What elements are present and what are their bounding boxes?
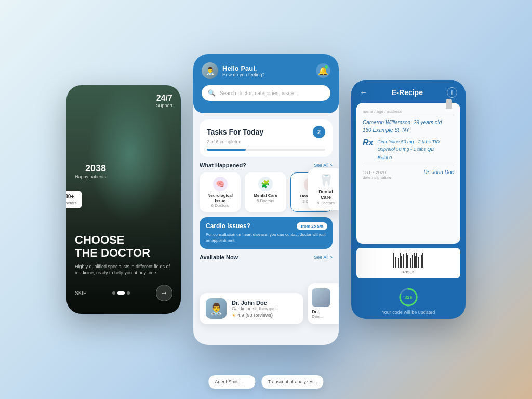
- year-stat: 2038 Happy patients: [75, 163, 106, 179]
- barcode-line: [421, 255, 422, 268]
- header-top: 👨‍⚕️ Hello Paul, How do you feeling? 🔔: [202, 62, 330, 79]
- info-button[interactable]: i: [447, 87, 457, 98]
- barcode-line: [395, 257, 396, 268]
- screen1-top: 24/7 Support: [75, 94, 172, 108]
- barcode-line: [407, 255, 408, 268]
- screen1-mid: 2038 Happy patients: [75, 163, 172, 179]
- erecipe-footer: 32s Your code will be updated: [351, 283, 466, 319]
- tasks-progress: 2 of 6 completed: [207, 139, 325, 144]
- barcode-line: [422, 253, 423, 268]
- tasks-card: Tasks For Today 2 2 of 6 completed: [200, 119, 332, 157]
- doctor-card[interactable]: 👨‍⚕️ Dr. John Doe Cardiologist, therapis…: [200, 293, 303, 324]
- see-all-available[interactable]: See All >: [314, 255, 332, 260]
- bottom-card-agent: Agent Smith...: [208, 375, 255, 389]
- category-neuro[interactable]: 🧠 Neurological Issue 6 Doctors: [200, 172, 241, 212]
- bottom-floating-cards: Agent Smith... Transcript of analyzes...: [208, 375, 323, 389]
- screen1-title: CHOOSE THE DOCTOR: [75, 234, 172, 259]
- notification-bell[interactable]: 🔔: [316, 63, 330, 78]
- tasks-title: Tasks For Today: [207, 128, 263, 136]
- timer-circle: 32s: [398, 287, 419, 308]
- timer-value: 32s: [404, 295, 412, 300]
- screen2-main-app: 👨‍⚕️ Hello Paul, How do you feeling? 🔔 🔍…: [193, 54, 339, 345]
- greeting-name: Hello Paul,: [222, 64, 265, 72]
- back-button[interactable]: ←: [360, 88, 368, 97]
- date-sig-label: date / signature: [363, 175, 454, 180]
- barcode-line: [393, 253, 394, 268]
- progress-fill: [207, 149, 246, 151]
- progress-bar: [207, 149, 325, 151]
- search-placeholder: Search doctor, categories, issue ...: [220, 90, 299, 96]
- screen1-choose-doctor: 30+ Doctors 24/7 Support 2038 Happy pati…: [66, 85, 181, 314]
- barcode-line: [403, 254, 404, 268]
- barcode-line: [397, 255, 398, 268]
- refill-line: Refill 0: [377, 155, 440, 161]
- barcode-line: [401, 256, 402, 268]
- available-section: Available Now See All >: [200, 254, 332, 260]
- recipe-paper: name / age / address Cameron Williamson,…: [356, 103, 460, 244]
- section-header-available: Available Now See All >: [200, 254, 332, 260]
- support-label: Support: [156, 103, 172, 108]
- dental-floating-card[interactable]: 🦷 Dental Care 6 Doctors: [308, 168, 339, 210]
- recipe-footer: 13.07.2020 Dr. John Doe date / signature: [363, 166, 454, 180]
- doctor-name: Dr. John Doe: [232, 300, 277, 306]
- sig-block: Dr. John Doe: [423, 169, 454, 175]
- doctor2-spec: Den...: [312, 314, 339, 319]
- doctor-avatar: 👨‍⚕️: [206, 298, 227, 319]
- notification-dot: [325, 65, 328, 69]
- barcode-number: 376289: [361, 270, 456, 274]
- mental-icon: 🧩: [258, 177, 273, 191]
- date-block: 13.07.2020: [363, 170, 386, 175]
- screen1-bottom: CHOOSE THE DOCTOR Highly qualified speci…: [75, 234, 172, 305]
- skip-text[interactable]: SKIP: [75, 290, 87, 296]
- screen1-subtitle: Highly qualified specialists in differen…: [75, 263, 172, 276]
- rx-symbol: Rx: [363, 138, 373, 161]
- dot-1: [112, 291, 115, 295]
- tasks-header: Tasks For Today 2: [207, 126, 325, 138]
- barcode-section: 376289: [356, 248, 460, 278]
- dental-icon: 🦷: [313, 174, 339, 187]
- greeting-sub: How do you feeling?: [222, 72, 265, 77]
- barcode-line: [418, 257, 419, 268]
- doctor-card-partial[interactable]: Dr. Den...: [308, 283, 339, 324]
- category-mental[interactable]: 🧩 Mental Care 5 Doctors: [245, 172, 286, 212]
- cardio-card[interactable]: from 25 $/h Cardio issues? For consultat…: [200, 217, 332, 248]
- support-number: 24/7: [156, 94, 172, 103]
- rating-value: 4.9: [237, 313, 244, 318]
- doctor2-name: Dr.: [312, 309, 339, 314]
- barcode-line: [415, 256, 416, 268]
- barcode-line: [398, 258, 399, 268]
- search-icon: 🔍: [208, 89, 216, 97]
- user-avatar: 👨‍⚕️: [202, 62, 218, 79]
- next-button[interactable]: →: [156, 285, 172, 301]
- name-label: name / age / address: [363, 109, 454, 115]
- barcode-line: [400, 253, 401, 268]
- barcode-line: [412, 255, 413, 268]
- mental-name: Mental Care: [249, 193, 282, 198]
- doctor-rating: ★ 4.9 (93 Reviews): [232, 313, 277, 318]
- section-header-what-happened: What Happened? See All >: [200, 162, 332, 168]
- reviews-count: (93 Reviews): [246, 313, 273, 318]
- dental-card-name: Dental Care: [313, 189, 339, 201]
- screen1-nav: SKIP →: [75, 285, 172, 301]
- support-badge: 24/7 Support: [156, 94, 172, 108]
- screen3-erecipe: ← E-Recipe i name / age / address Camero…: [351, 80, 466, 319]
- date-signature: 13.07.2020 Dr. John Doe: [363, 169, 454, 175]
- barcode-line: [420, 254, 421, 268]
- barcode-line: [416, 253, 417, 268]
- neuro-icon: 🧠: [213, 177, 228, 191]
- barcode-line: [409, 253, 410, 268]
- barcode-line: [406, 253, 407, 268]
- patient-address: 160 Example St, NY: [363, 127, 454, 133]
- barcode-line: [410, 258, 411, 268]
- nav-dots: [112, 291, 130, 295]
- cardio-price-badge: from 25 $/h: [297, 222, 327, 230]
- barcode-line: [405, 257, 406, 268]
- med-line-2: Oxprelol 50 mg - 1 tabs QD: [377, 145, 440, 153]
- see-all-what-happened[interactable]: See All >: [314, 163, 332, 168]
- bottom-card-agent-text: Agent Smith...: [215, 379, 249, 384]
- code-update-text: Your code will be updated: [360, 310, 457, 315]
- cardio-description: For consultation on heart disease, you c…: [206, 232, 326, 243]
- search-bar[interactable]: 🔍 Search doctor, categories, issue ...: [202, 85, 330, 101]
- dental-card-count: 6 Doctors: [313, 201, 339, 205]
- barcode-line: [414, 253, 415, 268]
